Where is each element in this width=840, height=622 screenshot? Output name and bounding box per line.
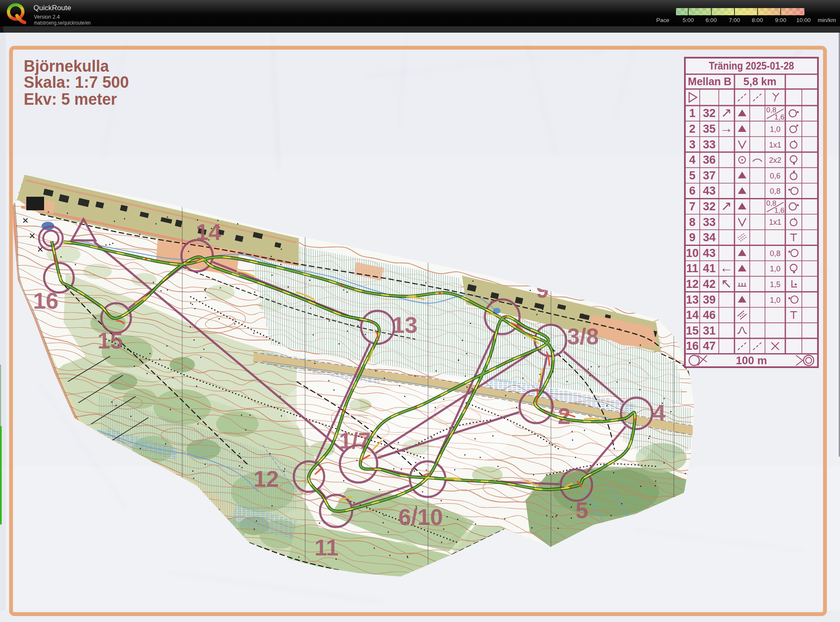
svg-text:100 m: 100 m [736, 354, 767, 367]
svg-text:5,8 km: 5,8 km [743, 75, 776, 87]
svg-text:34: 34 [703, 231, 715, 244]
svg-text:1,0: 1,0 [770, 265, 780, 273]
svg-text:32: 32 [703, 107, 715, 120]
svg-text:Version 2.4: Version 2.4 [34, 14, 60, 20]
svg-text:6:00: 6:00 [706, 17, 717, 23]
svg-text:12: 12 [253, 466, 279, 491]
svg-text:15: 15 [686, 324, 698, 337]
svg-text:2: 2 [689, 123, 695, 135]
svg-text:13: 13 [392, 312, 417, 337]
svg-text:8: 8 [689, 216, 695, 229]
svg-text:15: 15 [97, 328, 123, 353]
svg-text:6: 6 [689, 184, 695, 197]
svg-text:min/km: min/km [818, 17, 836, 23]
svg-text:43: 43 [703, 247, 715, 259]
svg-text:39: 39 [703, 293, 715, 306]
svg-text:10:00: 10:00 [796, 17, 811, 23]
svg-text:↗: ↗ [721, 198, 732, 213]
svg-text:46: 46 [703, 309, 715, 321]
svg-text:7:00: 7:00 [729, 17, 740, 23]
svg-text:8:00: 8:00 [752, 17, 763, 23]
svg-text:11: 11 [686, 262, 698, 275]
svg-text:7: 7 [689, 200, 695, 213]
svg-text:2x2: 2x2 [769, 156, 781, 165]
svg-text:5: 5 [689, 169, 695, 182]
svg-text:1,6: 1,6 [774, 206, 784, 215]
svg-text:42: 42 [703, 278, 715, 290]
svg-text:Träning 2025-01-28: Träning 2025-01-28 [709, 60, 794, 72]
svg-text:35: 35 [703, 123, 715, 135]
svg-text:1: 1 [689, 107, 695, 120]
svg-text:6/10: 6/10 [398, 504, 443, 530]
svg-text:←: ← [720, 260, 733, 275]
svg-text:36: 36 [703, 153, 715, 166]
svg-text:Skala: 1:7 500: Skala: 1:7 500 [24, 73, 129, 91]
svg-text:11: 11 [314, 535, 339, 560]
svg-text:41: 41 [703, 262, 715, 275]
svg-text:3: 3 [689, 138, 695, 151]
svg-text:2: 2 [558, 403, 570, 429]
svg-text:14: 14 [686, 309, 698, 321]
svg-text:matstroeng.se/quickroute/en: matstroeng.se/quickroute/en [34, 20, 91, 26]
svg-text:4: 4 [653, 400, 665, 425]
svg-text:47: 47 [703, 340, 715, 352]
svg-text:1,0: 1,0 [770, 125, 780, 134]
svg-text:43: 43 [703, 184, 715, 197]
svg-text:33: 33 [703, 138, 715, 151]
svg-text:1x1: 1x1 [769, 141, 781, 149]
svg-text:4: 4 [689, 153, 695, 166]
svg-text:10: 10 [686, 247, 698, 259]
svg-text:0,8: 0,8 [770, 187, 780, 195]
svg-text:5:00: 5:00 [683, 17, 694, 23]
svg-text:12: 12 [686, 278, 698, 290]
svg-text:↗: ↗ [721, 105, 732, 120]
svg-text:QuickRoute: QuickRoute [33, 4, 71, 11]
svg-text:Mellan B: Mellan B [688, 75, 732, 87]
svg-text:1x1: 1x1 [769, 218, 781, 226]
svg-text:33: 33 [703, 216, 715, 229]
svg-text:13: 13 [686, 293, 698, 306]
svg-text:3/8: 3/8 [567, 324, 599, 349]
svg-text:16: 16 [33, 288, 58, 313]
svg-text:0,6: 0,6 [770, 172, 780, 180]
svg-text:1,6: 1,6 [774, 113, 784, 121]
svg-text:9:00: 9:00 [775, 17, 786, 23]
svg-text:Björnekulla: Björnekulla [24, 57, 109, 75]
svg-text:↖: ↖ [721, 276, 732, 291]
svg-text:1,5: 1,5 [770, 280, 780, 289]
svg-text:16: 16 [686, 340, 698, 352]
svg-text:Pace: Pace [656, 17, 670, 23]
svg-text:32: 32 [703, 200, 715, 213]
svg-text:31: 31 [703, 324, 715, 337]
svg-text:Ekv: 5 meter: Ekv: 5 meter [24, 90, 117, 108]
svg-text:1,0: 1,0 [770, 296, 780, 304]
svg-text:0,8: 0,8 [770, 249, 780, 258]
svg-text:→: → [720, 121, 733, 136]
svg-text:37: 37 [703, 169, 715, 182]
svg-text:14: 14 [196, 219, 221, 245]
svg-text:5: 5 [576, 497, 588, 523]
svg-text:9: 9 [689, 231, 695, 244]
